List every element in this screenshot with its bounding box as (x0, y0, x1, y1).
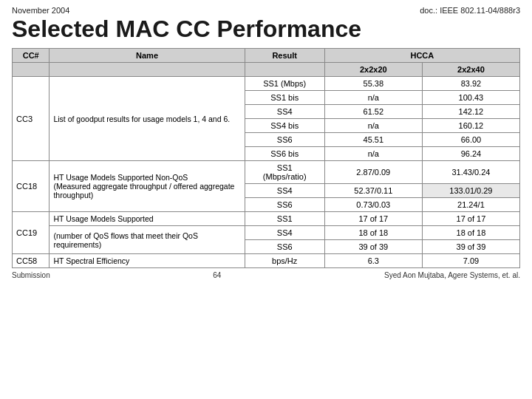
col-header-hcca-sub2: 2x2x40 (422, 63, 519, 77)
cc19-hcca2-1: 17 of 17 (422, 212, 519, 226)
cc58-name: HT Spectral Efficiency (50, 254, 245, 268)
table-row: CC58 HT Spectral Efficiency bps/Hz 6.3 7… (13, 254, 520, 268)
cc19-hcca2-3: 39 of 39 (422, 240, 519, 254)
cc19-name-2: (number of QoS flows that meet their QoS… (50, 226, 245, 254)
header-right: doc.: IEEE 802.11-04/888r3 (420, 6, 520, 15)
cc58-hcca1: 6.3 (324, 254, 422, 268)
cc3-result-4: SS4 bis (245, 119, 324, 133)
footer-right: Syed Aon Mujtaba, Agere Systems, et. al. (384, 271, 520, 279)
cc18-hcca2-1: 31.43/0.24 (422, 161, 519, 184)
table-row: CC18 HT Usage Models Supported Non-QoS(M… (13, 161, 520, 184)
cc58-hcca2: 7.09 (422, 254, 519, 268)
header: November 2004 doc.: IEEE 802.11-04/888r3 (12, 6, 520, 15)
footer: Submission 64 Syed Aon Mujtaba, Agere Sy… (12, 271, 520, 279)
cc18-hcca2-2: 133.01/0.29 (422, 184, 519, 198)
cc3-result-3: SS4 (245, 105, 324, 119)
cc18-result-1: SS1(Mbps/ratio) (245, 161, 324, 184)
cc18-label: CC18 (13, 161, 50, 212)
cc3-hcca1-1: 55.38 (324, 77, 422, 91)
cc3-result-6: SS6 bis (245, 147, 324, 161)
cc18-result-2: SS4 (245, 184, 324, 198)
cc3-label: CC3 (13, 77, 50, 161)
cc58-label: CC58 (13, 254, 50, 268)
cc58-result: bps/Hz (245, 254, 324, 268)
cc3-hcca1-3: 61.52 (324, 105, 422, 119)
cc3-hcca2-4: 160.12 (422, 119, 519, 133)
cc3-hcca2-3: 142.12 (422, 105, 519, 119)
cc18-hcca1-2: 52.37/0.11 (324, 184, 422, 198)
col-header-hcca-sub1: 2x2x20 (324, 63, 422, 77)
table-row: CC3 List of goodput results for usage mo… (13, 77, 520, 91)
col-header-name: Name (50, 49, 245, 63)
cc19-hcca2-2: 18 of 18 (422, 226, 519, 240)
cc3-hcca1-5: 45.51 (324, 133, 422, 147)
cc18-name: HT Usage Models Supported Non-QoS(Measur… (50, 161, 245, 212)
cc3-hcca2-2: 100.43 (422, 91, 519, 105)
cc19-label: CC19 (13, 212, 50, 254)
table-row: CC19 HT Usage Models Supported SS1 17 of… (13, 212, 520, 226)
cc19-hcca1-3: 39 of 39 (324, 240, 422, 254)
cc18-result-3: SS6 (245, 198, 324, 212)
col-header-name-empty (50, 63, 245, 77)
footer-left: Submission (12, 271, 50, 279)
cc18-hcca1-3: 0.73/0.03 (324, 198, 422, 212)
cc3-hcca2-1: 83.92 (422, 77, 519, 91)
col-header-hcca: HCCA (324, 49, 519, 63)
table-row: (number of QoS flows that meet their QoS… (13, 226, 520, 240)
cc19-hcca1-1: 17 of 17 (324, 212, 422, 226)
cc18-hcca1-1: 2.87/0.09 (324, 161, 422, 184)
cc3-result-1: SS1 (Mbps) (245, 77, 324, 91)
cc18-hcca2-3: 21.24/1 (422, 198, 519, 212)
page-title: Selected MAC CC Performance (12, 16, 520, 42)
cc3-hcca1-6: n/a (324, 147, 422, 161)
col-header-cc-empty (13, 63, 50, 77)
cc3-hcca2-5: 66.00 (422, 133, 519, 147)
cc19-result-1: SS1 (245, 212, 324, 226)
performance-table: CC# Name Result HCCA 2x2x20 2x2x40 CC3 L… (12, 48, 520, 268)
header-left: November 2004 (12, 6, 69, 15)
col-header-cc: CC# (13, 49, 50, 63)
cc19-result-3: SS6 (245, 240, 324, 254)
cc3-hcca1-2: n/a (324, 91, 422, 105)
cc19-result-2: SS4 (245, 226, 324, 240)
cc19-name-1: HT Usage Models Supported (50, 212, 245, 226)
cc19-hcca1-2: 18 of 18 (324, 226, 422, 240)
cc3-result-5: SS6 (245, 133, 324, 147)
cc3-result-2: SS1 bis (245, 91, 324, 105)
cc3-name: List of goodput results for usage models… (50, 77, 245, 161)
cc3-hcca2-6: 96.24 (422, 147, 519, 161)
footer-center: 64 (50, 271, 384, 279)
page: November 2004 doc.: IEEE 802.11-04/888r3… (0, 0, 532, 399)
col-header-result: Result (245, 49, 324, 63)
cc3-hcca1-4: n/a (324, 119, 422, 133)
col-header-result-empty (245, 63, 324, 77)
